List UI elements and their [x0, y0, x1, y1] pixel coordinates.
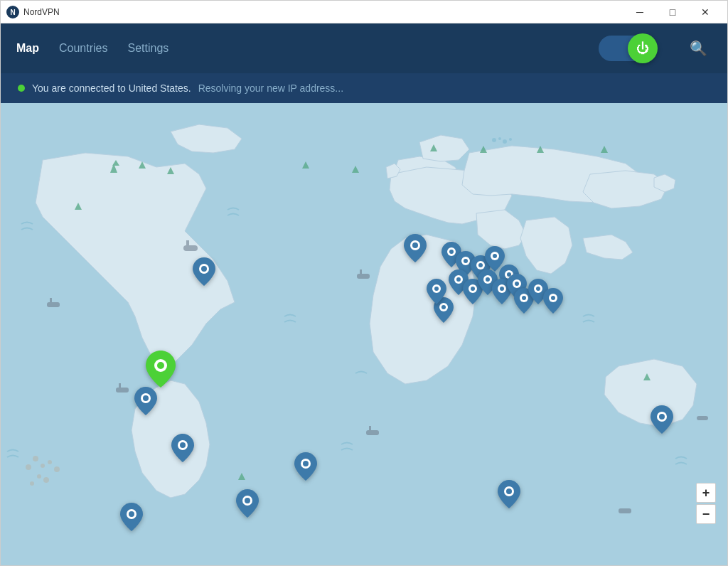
svg-point-80: [536, 287, 540, 291]
svg-point-39: [43, 477, 49, 483]
titlebar-left: N NordVPN: [6, 6, 60, 18]
svg-rect-20: [357, 274, 370, 279]
svg-point-64: [478, 263, 483, 267]
svg-point-86: [434, 287, 439, 291]
svg-point-37: [54, 466, 60, 472]
svg-point-68: [471, 287, 475, 291]
svg-rect-25: [119, 383, 121, 389]
svg-point-82: [551, 296, 555, 300]
app-title: NordVPN: [23, 7, 60, 17]
svg-rect-17: [186, 240, 189, 247]
connection-status-dot: [18, 85, 25, 92]
connection-message: You are connected to United States.: [32, 82, 191, 94]
pin-usa[interactable]: [146, 351, 176, 390]
window-controls: ─ □ ✕: [623, 1, 722, 23]
pin-mexico[interactable]: [134, 387, 157, 418]
svg-point-46: [143, 395, 149, 401]
svg-point-66: [493, 254, 497, 258]
svg-rect-22: [366, 430, 379, 435]
pin-canada[interactable]: [193, 257, 215, 289]
svg-text:N: N: [10, 9, 15, 16]
svg-point-62: [456, 277, 461, 282]
svg-point-33: [33, 456, 38, 461]
svg-rect-21: [360, 269, 362, 275]
zoom-in-button[interactable]: +: [696, 483, 716, 503]
world-map: [1, 103, 727, 566]
svg-point-40: [30, 481, 34, 486]
svg-rect-18: [47, 302, 60, 307]
svg-point-31: [503, 139, 507, 144]
svg-point-29: [492, 138, 496, 142]
svg-rect-27: [619, 508, 631, 513]
resolving-message: Resolving your new IP address...: [198, 82, 343, 94]
svg-point-60: [464, 259, 468, 263]
toggle-knob: ⏻: [628, 33, 658, 63]
titlebar: N NordVPN ─ □ ✕: [1, 1, 727, 23]
svg-point-88: [506, 488, 512, 494]
close-button[interactable]: ✕: [689, 1, 722, 23]
svg-point-50: [303, 461, 309, 466]
pin-brazil[interactable]: [294, 452, 317, 484]
pin-uk[interactable]: [404, 234, 427, 265]
svg-rect-24: [116, 388, 129, 393]
power-icon: ⏻: [636, 41, 649, 56]
minimize-button[interactable]: ─: [623, 1, 656, 23]
map-container[interactable]: + −: [1, 103, 727, 566]
svg-point-78: [522, 296, 526, 300]
nordvpn-logo-icon: N: [6, 6, 19, 18]
pin-eu15[interactable]: [427, 279, 446, 307]
svg-point-54: [129, 511, 134, 517]
svg-point-42: [157, 362, 164, 369]
svg-rect-16: [183, 245, 198, 251]
svg-point-56: [412, 242, 418, 248]
pin-eu13[interactable]: [543, 288, 563, 316]
tab-settings[interactable]: Settings: [126, 38, 170, 59]
search-button[interactable]: 🔍: [684, 34, 713, 63]
svg-point-52: [245, 498, 250, 503]
svg-point-32: [509, 138, 512, 141]
pin-chile[interactable]: [236, 489, 259, 520]
tab-countries[interactable]: Countries: [58, 38, 109, 59]
svg-point-76: [515, 282, 519, 286]
zoom-out-button[interactable]: −: [696, 504, 716, 524]
pin-south-africa[interactable]: [498, 480, 520, 511]
tab-map[interactable]: Map: [15, 38, 41, 59]
svg-rect-19: [50, 298, 52, 304]
navbar: Map Countries Settings ⏻ 🔍: [1, 23, 727, 73]
svg-point-36: [48, 460, 52, 464]
pin-argentina[interactable]: [120, 503, 143, 534]
svg-point-38: [37, 474, 41, 479]
svg-point-58: [449, 250, 454, 254]
search-icon: 🔍: [690, 41, 707, 56]
svg-point-44: [201, 266, 207, 272]
pin-australia[interactable]: [651, 405, 673, 437]
pin-colombia[interactable]: [171, 434, 194, 465]
power-toggle[interactable]: ⏻: [599, 36, 655, 61]
svg-point-34: [41, 464, 45, 468]
zoom-controls: + −: [696, 483, 716, 524]
svg-point-35: [26, 464, 31, 470]
statusbar: You are connected to United States. Reso…: [1, 73, 727, 103]
svg-point-30: [498, 137, 501, 140]
svg-point-74: [500, 287, 504, 291]
svg-point-48: [180, 442, 186, 448]
svg-point-70: [486, 277, 490, 282]
svg-rect-28: [697, 416, 708, 420]
svg-point-90: [659, 414, 665, 420]
svg-rect-23: [369, 426, 371, 432]
toggle-track[interactable]: ⏻: [599, 36, 655, 61]
maximize-button[interactable]: □: [656, 1, 689, 23]
